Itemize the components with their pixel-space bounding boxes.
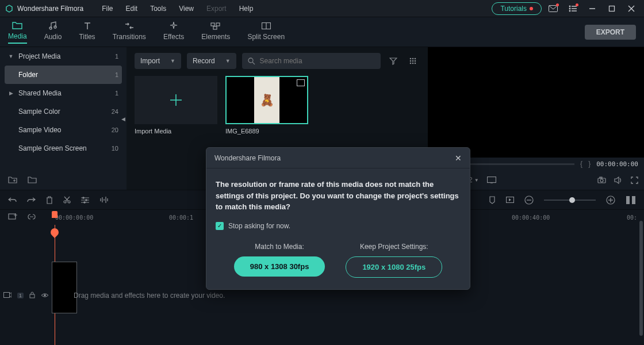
fullscreen-icon[interactable] [631,177,638,184]
minimize-button[interactable] [584,2,600,15]
app-logo-icon [5,4,14,13]
split-icon [262,21,271,31]
keep-project-settings-button[interactable]: 1920 x 1080 25fps [346,256,442,278]
svg-point-20 [410,58,412,60]
audio-waveform-icon[interactable] [99,196,109,204]
visibility-icon[interactable] [41,292,49,299]
svg-point-11 [49,27,52,29]
ribbon-tabs: Media Audio Titles Transitions Effects E… [0,17,644,47]
ruler-tick: 00:00:1 [169,214,193,221]
svg-rect-14 [216,23,220,26]
folder-icon[interactable] [28,176,37,185]
marker-icon[interactable] [489,196,496,204]
tab-audio[interactable]: Audio [44,21,62,43]
svg-point-26 [410,63,412,64]
record-dropdown[interactable]: Record▼ [187,53,236,69]
clip-thumbnail: 🧸 [254,77,279,123]
playhead[interactable] [52,211,57,223]
search-field[interactable] [260,57,375,65]
clip-name-label: IMG_E6889 [225,128,308,135]
svg-rect-32 [487,177,496,183]
menu-view[interactable]: View [174,5,198,13]
tab-effects[interactable]: Effects [163,21,184,43]
svg-point-23 [410,60,412,62]
fit-timeline-icon[interactable] [626,195,636,205]
delete-button[interactable] [46,196,53,204]
redo-button[interactable] [27,197,36,204]
bracket-icon: { [580,160,582,168]
frame-icon[interactable] [506,197,514,203]
camera-icon[interactable] [597,177,606,183]
svg-point-27 [412,63,414,64]
preview-canvas[interactable] [428,47,644,158]
slider-knob[interactable] [569,197,575,203]
close-button[interactable] [623,2,639,15]
menu-help[interactable]: Help [235,5,258,13]
import-dropdown[interactable]: Import▼ [135,53,181,69]
mail-icon[interactable] [545,2,561,15]
ruler-tick: 00: [627,214,637,221]
import-media-card[interactable]: Import Media [135,76,217,135]
lock-icon[interactable] [29,292,35,300]
checkbox-label: Stop asking for now. [228,222,290,230]
timeline-hint: Drag media and effects here to create yo… [74,292,225,300]
zoom-slider[interactable] [544,200,596,201]
adjustments-icon[interactable] [81,197,89,204]
search-input[interactable] [242,53,381,69]
sidebar-item-project-media[interactable]: ▼Project Media1 [0,47,126,66]
zoom-out-button[interactable] [524,195,534,205]
cut-button[interactable] [63,196,71,204]
volume-icon[interactable] [614,177,623,184]
monitor-icon[interactable] [487,177,496,183]
link-icon[interactable] [28,213,36,223]
sidebar-item-sample-video[interactable]: Sample Video20 [0,121,126,139]
svg-rect-64 [30,294,34,298]
chevron-down-icon: ▼ [225,58,231,64]
sidebar-item-sample-green-screen[interactable]: Sample Green Screen10 [0,139,126,158]
match-to-media-button[interactable]: 980 x 1308 30fps [234,256,325,277]
svg-rect-60 [9,214,16,219]
playhead-marker-icon[interactable] [49,227,60,238]
undo-button[interactable] [8,197,17,204]
zoom-in-button[interactable] [606,195,615,205]
maximize-button[interactable] [604,2,620,15]
menu-edit[interactable]: Edit [121,5,143,13]
text-icon [83,21,91,31]
vertical-scrollbar[interactable] [639,221,643,336]
folder-icon [12,20,22,30]
tab-elements[interactable]: Elements [201,21,230,43]
clip-type-icon [297,79,305,86]
tutorials-button[interactable]: Tutorials [492,2,542,15]
stop-asking-checkbox[interactable]: ✓ Stop asking for now. [216,222,461,230]
menu-tools[interactable]: Tools [145,5,171,13]
sidebar-item-sample-color[interactable]: Sample Color24 [0,102,126,121]
sidebar-item-folder[interactable]: Folder1 [5,66,122,84]
keep-settings-label: Keep Project Settings: [360,243,428,251]
titlebar: Wondershare Filmora File Edit Tools View… [0,0,644,17]
tab-split-screen[interactable]: Split Screen [247,21,285,43]
svg-rect-36 [600,177,602,178]
svg-point-21 [412,58,414,60]
tab-transitions[interactable]: Transitions [113,21,146,43]
new-folder-icon[interactable] [8,176,17,185]
tasks-icon[interactable] [565,2,581,15]
menu-file[interactable]: File [97,5,117,13]
bracket-icon: } [588,160,591,168]
tab-titles[interactable]: Titles [79,21,95,43]
sidebar-item-shared-media[interactable]: ▶Shared Media1 [0,84,126,102]
add-track-icon[interactable] [8,213,17,223]
svg-point-25 [415,60,416,62]
tab-media[interactable]: Media [8,20,27,44]
track-number-badge: 1 [17,293,24,298]
svg-point-12 [54,26,56,28]
dialog-close-button[interactable]: ✕ [455,154,462,163]
svg-point-46 [83,201,86,204]
media-clip[interactable]: 🧸 IMG_E6889 [225,76,308,135]
sidebar-collapse-toggle[interactable]: ◀ [121,115,126,123]
filter-icon[interactable] [386,54,400,68]
plus-icon [168,92,184,108]
export-button[interactable]: EXPORT [585,25,636,40]
track-video-icon[interactable] [3,292,12,299]
clip-placeholder[interactable] [52,262,77,313]
grid-view-icon[interactable] [406,54,420,68]
